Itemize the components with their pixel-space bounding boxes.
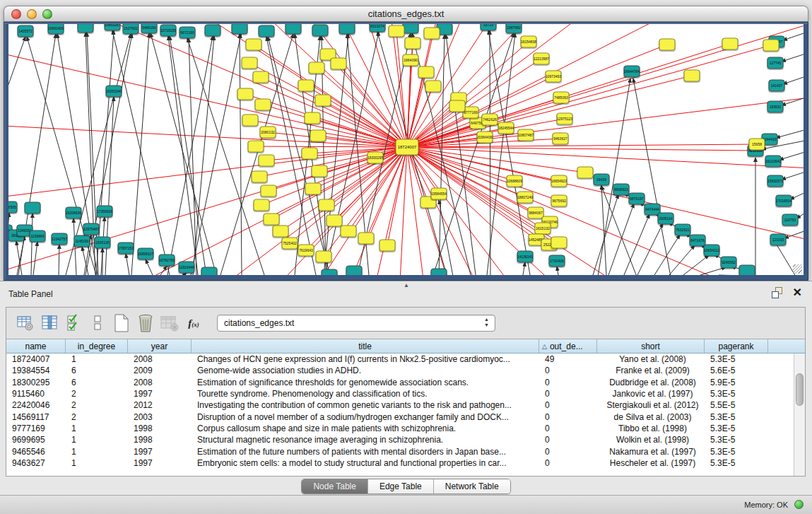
table-cell[interactable]: Wolkin et al. (1998) xyxy=(597,435,705,445)
table-row[interactable]: 1830029562008Estimation of significance … xyxy=(6,377,805,388)
network-node[interactable] xyxy=(254,199,270,211)
network-node[interactable] xyxy=(273,226,289,238)
table-row[interactable]: 2242004622012Investigating the contribut… xyxy=(6,399,805,411)
network-node[interactable]: 16154838 xyxy=(521,36,537,48)
network-node[interactable]: 16210643 xyxy=(765,156,782,168)
table-cell[interactable]: 49 xyxy=(539,354,597,364)
network-node[interactable] xyxy=(339,24,355,35)
network-node[interactable]: 15958 xyxy=(749,139,765,151)
network-node[interactable]: 10688609 xyxy=(507,175,523,187)
network-node[interactable] xyxy=(309,62,325,74)
table-cell[interactable]: 2 xyxy=(66,412,128,422)
network-canvas[interactable]: 1872400714055722069140610853287152760264… xyxy=(8,24,804,275)
memory-status-icon[interactable] xyxy=(794,500,804,509)
table-cell[interactable]: 2008 xyxy=(128,378,192,387)
network-node[interactable]: 9463627 xyxy=(553,133,569,145)
delete-column-button[interactable] xyxy=(135,313,156,334)
table-cell[interactable]: 5.3E-5 xyxy=(705,458,768,468)
table-cell[interactable]: 5.3E-5 xyxy=(705,412,768,422)
network-node[interactable] xyxy=(261,185,277,197)
network-node[interactable] xyxy=(305,112,321,124)
network-node[interactable]: 1156869 xyxy=(30,230,46,243)
network-node[interactable]: 7525402 xyxy=(282,238,298,250)
network-node[interactable]: 15692971 xyxy=(767,175,784,187)
network-node[interactable] xyxy=(242,57,258,69)
table-cell[interactable]: 0 xyxy=(539,447,597,457)
column-header-pagerank[interactable]: pagerank xyxy=(705,339,768,353)
table-cell[interactable]: 0 xyxy=(539,389,597,399)
network-node[interactable] xyxy=(418,66,435,78)
network-node[interactable] xyxy=(237,88,254,100)
network-node[interactable]: 16654923 xyxy=(551,175,567,187)
network-node[interactable]: 18300295 xyxy=(367,152,384,164)
table-cell[interactable]: 0 xyxy=(539,366,597,375)
delete-table-button[interactable] xyxy=(159,313,180,334)
network-node[interactable]: 10654112 xyxy=(704,245,720,257)
network-node[interactable] xyxy=(326,215,343,227)
table-cell[interactable]: Estimation of the future numbers of pati… xyxy=(192,447,539,457)
float-panel-icon[interactable] xyxy=(772,287,783,298)
table-cell[interactable]: 1997 xyxy=(128,458,192,468)
network-node[interactable] xyxy=(242,115,259,127)
network-node[interactable]: 1405572 xyxy=(18,25,34,37)
table-cell[interactable]: 1997 xyxy=(128,389,192,399)
network-node[interactable]: 7462626 xyxy=(482,114,498,126)
network-node[interactable]: 1145190 xyxy=(74,235,90,247)
column-header-name[interactable]: name xyxy=(6,339,66,353)
table-row[interactable]: 946554611997Estimation of the future num… xyxy=(6,445,805,457)
network-node[interactable]: 6879197 xyxy=(629,193,645,205)
table-cell[interactable]: 0 xyxy=(539,412,597,422)
table-cell[interactable]: 22420046 xyxy=(6,400,66,410)
network-node[interactable] xyxy=(331,58,347,70)
network-node[interactable]: 20364436 xyxy=(477,132,493,144)
table-cell[interactable]: 5.3E-5 xyxy=(705,435,768,445)
function-builder-button[interactable]: f(x) xyxy=(183,313,204,334)
network-node[interactable]: 16644784 xyxy=(624,66,640,78)
network-node[interactable]: 121033 xyxy=(770,234,787,246)
select-all-button[interactable] xyxy=(63,313,84,334)
network-node[interactable] xyxy=(405,37,421,49)
table-cell[interactable]: 2 xyxy=(66,389,128,399)
network-node[interactable]: 2626505 xyxy=(8,201,18,214)
network-node[interactable]: 17359928 xyxy=(97,206,113,218)
network-node[interactable]: 9245652 xyxy=(721,257,737,269)
close-panel-icon[interactable]: ✕ xyxy=(793,287,802,298)
network-node[interactable] xyxy=(659,39,676,51)
network-node[interactable]: 1615132 xyxy=(535,223,551,235)
table-cell[interactable]: 2003 xyxy=(128,412,192,422)
network-node[interactable] xyxy=(246,39,262,51)
network-window-titlebar[interactable]: citations_edges.txt xyxy=(4,6,808,22)
table-cell[interactable]: 5.9E-5 xyxy=(705,378,768,387)
network-node[interactable]: 127745 xyxy=(767,57,784,69)
tab-node-table[interactable]: Node Table xyxy=(302,479,368,493)
scrollbar-thumb[interactable] xyxy=(796,373,804,406)
network-node[interactable] xyxy=(341,226,357,238)
network-node[interactable] xyxy=(403,24,419,34)
network-node[interactable] xyxy=(259,155,275,167)
table-cell[interactable]: 18300295 xyxy=(6,378,66,387)
network-node[interactable]: 7632621 xyxy=(675,224,691,236)
network-node[interactable] xyxy=(431,269,447,276)
column-header-title[interactable]: title xyxy=(192,339,539,353)
table-row[interactable]: 911546021997Tourette syndrome. Phenomeno… xyxy=(6,388,805,399)
table-row[interactable]: 969969511998Structural magnetic resonanc… xyxy=(6,434,805,445)
table-cell[interactable]: Dudbridge et al. (2008) xyxy=(597,378,705,387)
table-cell[interactable]: 9699695 xyxy=(6,435,66,445)
network-node[interactable]: 10807487 xyxy=(518,129,534,141)
table-cell[interactable]: 0 xyxy=(539,424,597,433)
network-node[interactable] xyxy=(259,25,275,37)
network-node[interactable]: 10719155 xyxy=(160,25,177,37)
network-node[interactable]: 6466160 xyxy=(141,24,158,34)
network-node[interactable]: 16958107 xyxy=(138,248,154,260)
network-node[interactable] xyxy=(248,141,264,153)
network-node[interactable]: 10853287 xyxy=(105,24,121,31)
column-header-year[interactable]: year xyxy=(128,339,192,353)
network-node[interactable]: 8471676 xyxy=(690,235,706,247)
network-node[interactable]: 7485063 xyxy=(553,92,570,104)
network-node[interactable]: 17016504 xyxy=(776,195,792,207)
table-cell[interactable]: Embryonic stem cells: a model to study s… xyxy=(192,458,539,468)
network-node[interactable] xyxy=(389,25,405,37)
network-node[interactable] xyxy=(424,28,440,40)
network-node[interactable]: 141437 xyxy=(769,80,785,92)
table-cell[interactable]: 2012 xyxy=(128,400,192,410)
